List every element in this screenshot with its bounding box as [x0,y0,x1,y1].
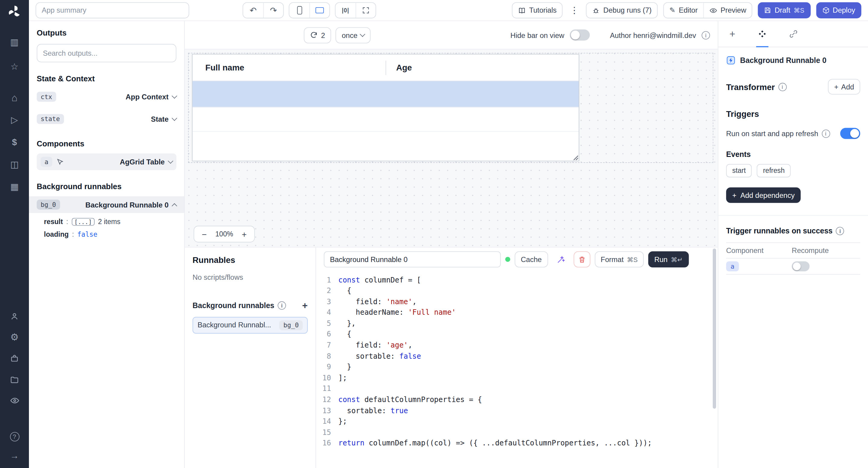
collapse-arrow-icon[interactable]: → [7,450,22,461]
hide-bar-toggle[interactable] [570,30,590,41]
bg-runnable-row[interactable]: bg_0 Background Runnable 0 [29,196,184,213]
workspace-briefcase-icon[interactable] [7,353,22,364]
code-line[interactable]: { [338,329,652,340]
preview-mode-button[interactable]: Preview [703,3,752,18]
add-transformer-button[interactable]: + Add [828,79,861,95]
code-line[interactable] [338,427,652,438]
code-line[interactable]: field: 'name', [338,296,652,307]
refresh-button[interactable]: 2 [304,27,331,43]
aggrid-table-component[interactable]: Full name Age [192,54,579,161]
tutorials-button[interactable]: Tutorials [512,2,563,19]
center-layout-button[interactable]: |0| [336,3,355,18]
windmill-logo-icon [7,4,22,19]
expand-layout-button[interactable] [355,3,375,18]
ai-wand-button[interactable] [552,251,569,267]
run-on-start-info-icon[interactable]: i [822,129,830,138]
code-line[interactable]: headerName: 'Full name' [338,307,652,318]
pencil-icon: ✎ [670,7,675,14]
code-line[interactable]: sortable: false [338,350,652,361]
code-lines[interactable]: const columnDef = [ { field: 'name', hea… [338,274,652,468]
settings-gear-icon[interactable]: ⚙ [7,332,22,343]
component-settings-tab[interactable] [758,21,767,47]
line-number: 2 [316,285,331,296]
event-chip-start[interactable]: start [726,164,752,177]
code-line[interactable]: const defaultColumnProperties = { [338,394,652,405]
variables-icon[interactable]: $ [7,137,22,148]
run-button[interactable]: Run ⌘↵ [648,251,689,267]
cache-button[interactable]: Cache [515,251,548,267]
code-line[interactable]: ]; [338,372,652,383]
add-background-runnable-button[interactable]: + [302,301,308,310]
top-toolbar: ↶ ↷ |0| Tutorials ⋮ [29,0,868,21]
windmill-logo[interactable] [7,4,22,19]
desktop-view-button[interactable] [309,3,329,18]
line-number: 13 [316,405,331,416]
code-line[interactable]: field: 'age', [338,340,652,350]
audit-eye-icon[interactable] [7,395,22,406]
folders-icon[interactable] [7,374,22,385]
code-line[interactable]: }; [338,416,652,427]
code-line[interactable]: sortable: true [338,405,652,416]
result-expand-badge[interactable]: [...] [71,218,95,226]
code-line[interactable]: const columnDef = [ [338,274,652,285]
code-line[interactable]: }, [338,318,652,329]
background-runnables-info-icon[interactable]: i [278,301,286,310]
ctx-output-row[interactable]: ctx App Context [37,89,176,105]
trigger-on-success-info-icon[interactable]: i [836,227,844,235]
recompute-toggle[interactable] [792,261,809,271]
undo-button[interactable]: ↶ [243,3,263,18]
add-dependency-button[interactable]: + Add dependency [726,187,801,203]
debug-runs-button[interactable]: Debug runs (7) [586,2,658,19]
component-a-row[interactable]: a AgGrid Table [37,154,176,170]
deploy-button[interactable]: Deploy [816,2,861,19]
zoom-out-button[interactable]: − [196,230,213,239]
resize-handle[interactable] [572,155,578,160]
run-on-start-toggle[interactable] [840,128,860,139]
interval-select[interactable]: once [336,27,371,43]
code-line[interactable]: { [338,285,652,296]
zoom-in-button[interactable]: + [236,230,253,239]
event-chip-refresh[interactable]: refresh [757,164,790,177]
user-icon[interactable] [7,310,22,322]
aggrid-row[interactable] [193,107,579,132]
redo-button[interactable]: ↷ [263,3,283,18]
transformer-info-icon[interactable]: i [778,82,786,91]
delete-runnable-button[interactable] [574,251,590,267]
favorites-star-icon[interactable]: ☆ [7,61,22,72]
more-menu-button[interactable]: ⋮ [568,5,581,16]
runs-icon[interactable]: ▷ [7,114,22,126]
author-info-icon[interactable]: i [702,31,710,39]
aggrid-col-fullname[interactable]: Full name [193,55,386,81]
runnable-title-row: Background Runnable 0 [726,56,860,65]
component-a-chip[interactable]: a [726,261,739,271]
apps-icon[interactable]: ▥ [7,37,22,48]
resources-icon[interactable]: ◫ [7,159,22,170]
schedules-icon[interactable]: ▦ [7,181,22,193]
help-icon[interactable]: ? [10,432,19,441]
app-summary-input[interactable] [36,2,189,19]
aggrid-col-age[interactable]: Age [386,55,412,81]
loading-value: false [77,231,97,238]
code-line[interactable] [338,383,652,394]
editor-mode-button[interactable]: ✎Editor [664,3,704,18]
state-output-row[interactable]: state State [37,110,176,127]
connect-tab[interactable] [789,21,798,47]
insert-component-tab[interactable]: + [730,21,735,47]
draft-label: Draft [775,6,790,14]
zoom-level: 100% [213,230,236,238]
app-canvas[interactable]: Full name Age − 100% + [185,49,718,246]
code-editor[interactable]: 12345678910111213141516 const columnDef … [316,272,718,468]
home-icon[interactable]: ⌂ [7,92,22,103]
format-button[interactable]: Format ⌘S [595,251,644,267]
draft-button[interactable]: Draft ⌘S [758,2,810,19]
aggrid-selected-row[interactable] [193,81,579,107]
transformer-row: Transformer i + Add [726,79,860,95]
background-runnable-item[interactable]: Background Runnabl... bg_0 [193,316,308,333]
editor-scrollbar[interactable] [713,248,716,408]
divider [718,215,868,215]
runnable-name-input[interactable] [324,251,501,267]
code-line[interactable]: } [338,361,652,372]
mobile-view-button[interactable] [289,3,309,18]
code-line[interactable]: return columnDef.map((col) => ({ ...defa… [338,438,652,449]
search-outputs-input[interactable] [37,44,176,62]
